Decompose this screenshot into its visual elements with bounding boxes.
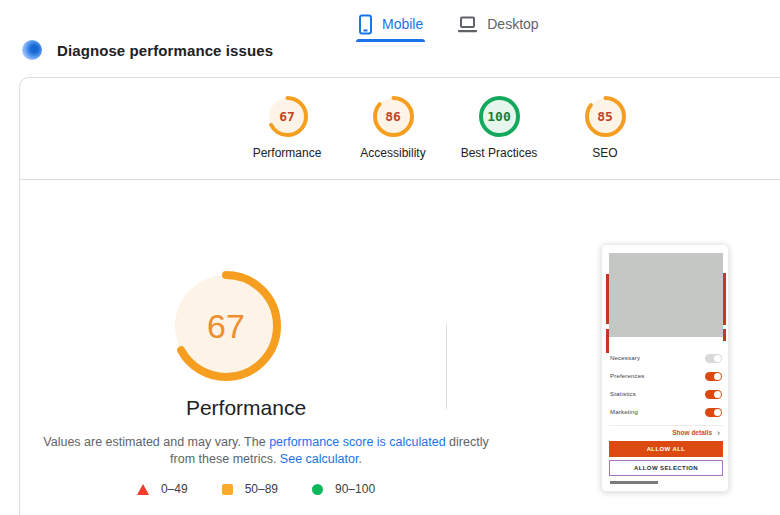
performance-section-title: Performance (56, 396, 436, 420)
summary-gauge-seo[interactable]: 85 SEO (560, 96, 650, 160)
orange-square-icon (222, 484, 233, 495)
tab-desktop[interactable]: Desktop (455, 6, 540, 42)
screenshot-right-bar (723, 329, 726, 341)
page-header: Diagnose performance issues (22, 40, 273, 60)
tab-desktop-label: Desktop (487, 16, 538, 32)
description-text: . (358, 452, 361, 466)
allow-all-button: ALLOW ALL (609, 441, 723, 457)
screenshot-image-placeholder (609, 253, 723, 337)
score-ring: 100 (479, 96, 520, 137)
performance-score-gauge: 67 (171, 271, 281, 381)
desktop-laptop-icon (457, 15, 478, 33)
score-ring: 85 (585, 96, 626, 137)
active-tab-underline (356, 39, 425, 42)
chevron-right-icon: › (717, 430, 720, 436)
toggle-switch (705, 372, 722, 381)
performance-description: Values are estimated and may vary. The p… (40, 434, 492, 468)
cookie-category-label: Marketing (610, 409, 638, 415)
legend-range: 90–100 (335, 482, 375, 496)
performance-score-value: 67 (171, 271, 281, 381)
cookie-category-label: Necessary (610, 355, 640, 361)
cookie-category-label: Preferences (610, 373, 645, 379)
score-value: 67 (267, 96, 308, 137)
screenshot-left-bar (606, 329, 609, 353)
toggle-knob (714, 355, 721, 362)
summary-gauge-performance[interactable]: 67 Performance (242, 96, 332, 160)
score-ring: 86 (373, 96, 414, 137)
summary-gauge-accessibility[interactable]: 86 Accessibility (348, 96, 438, 160)
column-divider (446, 324, 447, 409)
allow-selection-button: ALLOW SELECTION (609, 460, 723, 476)
section-separator (20, 179, 780, 180)
report-card: 67 Performance 86 Accessibility 100 (19, 77, 780, 515)
red-triangle-icon (137, 484, 149, 495)
description-text: Values are estimated and may vary. The (43, 435, 269, 449)
gauge-label: Best Practices (461, 146, 538, 160)
show-details-link: Show details › (672, 429, 720, 436)
gauge-label: Accessibility (360, 146, 425, 160)
show-details-label: Show details (672, 429, 712, 436)
score-value: 100 (479, 96, 520, 137)
page-screenshot-thumbnail[interactable]: NecessaryPreferencesStatisticsMarketing … (601, 244, 729, 492)
cookie-toggle-row: Preferences (610, 367, 722, 385)
see-calculator-link[interactable]: See calculator (280, 452, 359, 466)
pagespeed-logo-icon (22, 40, 42, 60)
score-value: 85 (585, 96, 626, 137)
cookie-toggle-row: Statistics (610, 385, 722, 403)
toggle-knob (714, 373, 721, 380)
page-title: Diagnose performance issues (57, 42, 273, 59)
score-value: 86 (373, 96, 414, 137)
cookie-toggle-row: Necessary (610, 349, 722, 367)
pagespeed-insights-page: Diagnose performance issues Mobile Deskt… (0, 0, 780, 515)
toggle-switch (705, 390, 722, 399)
summary-gauge-best-practices[interactable]: 100 Best Practices (454, 96, 544, 160)
screenshot-right-bar (723, 273, 726, 325)
fine-print-line (610, 481, 658, 484)
gauge-label: Performance (253, 146, 322, 160)
toggle-knob (714, 391, 721, 398)
gauge-label: SEO (592, 146, 617, 160)
score-summary-row: 67 Performance 86 Accessibility 100 (242, 96, 650, 160)
toggle-switch (705, 408, 722, 417)
green-circle-icon (312, 484, 323, 495)
toggle-switch (705, 354, 722, 363)
legend-item-fail: 0–49 (137, 482, 188, 496)
cookie-category-label: Statistics (610, 391, 636, 397)
mobile-phone-icon (358, 14, 373, 35)
score-ring: 67 (267, 96, 308, 137)
score-calculation-link[interactable]: performance score is calculated (269, 435, 445, 449)
device-tabs: Mobile Desktop (356, 6, 541, 42)
legend-range: 0–49 (161, 482, 188, 496)
cookie-consent-toggles: NecessaryPreferencesStatisticsMarketing (610, 349, 722, 421)
screenshot-left-bar (606, 274, 609, 324)
tab-mobile-label: Mobile (382, 16, 423, 32)
cookie-toggle-row: Marketing (610, 403, 722, 421)
tab-mobile[interactable]: Mobile (356, 6, 425, 42)
toggle-knob (714, 409, 721, 416)
legend-item-good: 90–100 (312, 482, 375, 496)
legend-range: 50–89 (245, 482, 278, 496)
score-range-legend: 0–49 50–89 90–100 (46, 482, 466, 496)
cookie-divider (609, 425, 723, 426)
legend-item-average: 50–89 (222, 482, 278, 496)
